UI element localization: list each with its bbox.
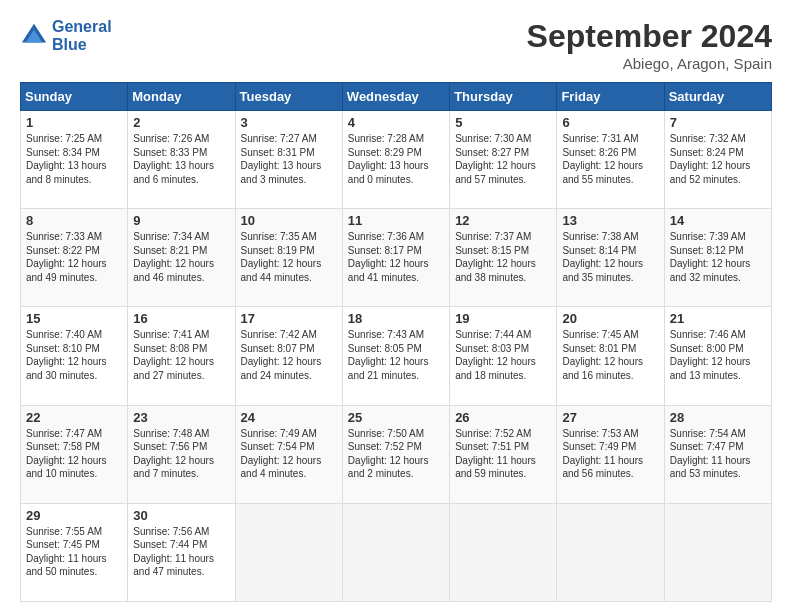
day-number: 8 bbox=[26, 213, 122, 228]
calendar-cell: 29Sunrise: 7:55 AMSunset: 7:45 PMDayligh… bbox=[21, 503, 128, 601]
day-number: 10 bbox=[241, 213, 337, 228]
day-info: Sunrise: 7:49 AMSunset: 7:54 PMDaylight:… bbox=[241, 427, 337, 481]
day-number: 25 bbox=[348, 410, 444, 425]
day-number: 24 bbox=[241, 410, 337, 425]
day-info: Sunrise: 7:46 AMSunset: 8:00 PMDaylight:… bbox=[670, 328, 766, 382]
calendar-cell: 28Sunrise: 7:54 AMSunset: 7:47 PMDayligh… bbox=[664, 405, 771, 503]
logo: General Blue bbox=[20, 18, 112, 53]
day-info: Sunrise: 7:53 AMSunset: 7:49 PMDaylight:… bbox=[562, 427, 658, 481]
day-number: 27 bbox=[562, 410, 658, 425]
calendar-week-2: 8Sunrise: 7:33 AMSunset: 8:22 PMDaylight… bbox=[21, 209, 772, 307]
logo-blue: Blue bbox=[52, 36, 87, 53]
calendar-cell: 13Sunrise: 7:38 AMSunset: 8:14 PMDayligh… bbox=[557, 209, 664, 307]
calendar-week-1: 1Sunrise: 7:25 AMSunset: 8:34 PMDaylight… bbox=[21, 111, 772, 209]
calendar-cell: 1Sunrise: 7:25 AMSunset: 8:34 PMDaylight… bbox=[21, 111, 128, 209]
day-number: 23 bbox=[133, 410, 229, 425]
calendar-cell: 10Sunrise: 7:35 AMSunset: 8:19 PMDayligh… bbox=[235, 209, 342, 307]
day-info: Sunrise: 7:34 AMSunset: 8:21 PMDaylight:… bbox=[133, 230, 229, 284]
day-number: 30 bbox=[133, 508, 229, 523]
day-info: Sunrise: 7:25 AMSunset: 8:34 PMDaylight:… bbox=[26, 132, 122, 186]
day-number: 13 bbox=[562, 213, 658, 228]
day-number: 7 bbox=[670, 115, 766, 130]
day-number: 15 bbox=[26, 311, 122, 326]
day-info: Sunrise: 7:35 AMSunset: 8:19 PMDaylight:… bbox=[241, 230, 337, 284]
day-number: 6 bbox=[562, 115, 658, 130]
day-number: 18 bbox=[348, 311, 444, 326]
day-info: Sunrise: 7:41 AMSunset: 8:08 PMDaylight:… bbox=[133, 328, 229, 382]
day-info: Sunrise: 7:47 AMSunset: 7:58 PMDaylight:… bbox=[26, 427, 122, 481]
calendar-cell: 21Sunrise: 7:46 AMSunset: 8:00 PMDayligh… bbox=[664, 307, 771, 405]
day-number: 17 bbox=[241, 311, 337, 326]
day-info: Sunrise: 7:40 AMSunset: 8:10 PMDaylight:… bbox=[26, 328, 122, 382]
day-number: 11 bbox=[348, 213, 444, 228]
calendar-week-5: 29Sunrise: 7:55 AMSunset: 7:45 PMDayligh… bbox=[21, 503, 772, 601]
day-info: Sunrise: 7:26 AMSunset: 8:33 PMDaylight:… bbox=[133, 132, 229, 186]
day-info: Sunrise: 7:28 AMSunset: 8:29 PMDaylight:… bbox=[348, 132, 444, 186]
calendar-cell: 17Sunrise: 7:42 AMSunset: 8:07 PMDayligh… bbox=[235, 307, 342, 405]
calendar-week-4: 22Sunrise: 7:47 AMSunset: 7:58 PMDayligh… bbox=[21, 405, 772, 503]
day-number: 29 bbox=[26, 508, 122, 523]
day-info: Sunrise: 7:50 AMSunset: 7:52 PMDaylight:… bbox=[348, 427, 444, 481]
logo-text: General Blue bbox=[52, 18, 112, 53]
day-info: Sunrise: 7:44 AMSunset: 8:03 PMDaylight:… bbox=[455, 328, 551, 382]
month-year: September 2024 bbox=[527, 18, 772, 55]
col-sunday: Sunday bbox=[21, 83, 128, 111]
col-saturday: Saturday bbox=[664, 83, 771, 111]
calendar-cell bbox=[235, 503, 342, 601]
col-thursday: Thursday bbox=[450, 83, 557, 111]
day-info: Sunrise: 7:27 AMSunset: 8:31 PMDaylight:… bbox=[241, 132, 337, 186]
calendar-cell: 27Sunrise: 7:53 AMSunset: 7:49 PMDayligh… bbox=[557, 405, 664, 503]
calendar-cell: 6Sunrise: 7:31 AMSunset: 8:26 PMDaylight… bbox=[557, 111, 664, 209]
day-info: Sunrise: 7:30 AMSunset: 8:27 PMDaylight:… bbox=[455, 132, 551, 186]
day-number: 28 bbox=[670, 410, 766, 425]
col-tuesday: Tuesday bbox=[235, 83, 342, 111]
calendar: Sunday Monday Tuesday Wednesday Thursday… bbox=[20, 82, 772, 602]
location: Abiego, Aragon, Spain bbox=[527, 55, 772, 72]
day-number: 1 bbox=[26, 115, 122, 130]
calendar-cell bbox=[450, 503, 557, 601]
calendar-cell bbox=[342, 503, 449, 601]
calendar-cell: 3Sunrise: 7:27 AMSunset: 8:31 PMDaylight… bbox=[235, 111, 342, 209]
header: General Blue September 2024 Abiego, Arag… bbox=[20, 18, 772, 72]
day-info: Sunrise: 7:31 AMSunset: 8:26 PMDaylight:… bbox=[562, 132, 658, 186]
calendar-cell: 14Sunrise: 7:39 AMSunset: 8:12 PMDayligh… bbox=[664, 209, 771, 307]
day-info: Sunrise: 7:32 AMSunset: 8:24 PMDaylight:… bbox=[670, 132, 766, 186]
day-info: Sunrise: 7:48 AMSunset: 7:56 PMDaylight:… bbox=[133, 427, 229, 481]
calendar-cell: 11Sunrise: 7:36 AMSunset: 8:17 PMDayligh… bbox=[342, 209, 449, 307]
calendar-cell: 20Sunrise: 7:45 AMSunset: 8:01 PMDayligh… bbox=[557, 307, 664, 405]
calendar-week-3: 15Sunrise: 7:40 AMSunset: 8:10 PMDayligh… bbox=[21, 307, 772, 405]
day-info: Sunrise: 7:45 AMSunset: 8:01 PMDaylight:… bbox=[562, 328, 658, 382]
day-number: 5 bbox=[455, 115, 551, 130]
calendar-cell: 26Sunrise: 7:52 AMSunset: 7:51 PMDayligh… bbox=[450, 405, 557, 503]
calendar-cell: 9Sunrise: 7:34 AMSunset: 8:21 PMDaylight… bbox=[128, 209, 235, 307]
col-monday: Monday bbox=[128, 83, 235, 111]
day-number: 20 bbox=[562, 311, 658, 326]
calendar-cell: 23Sunrise: 7:48 AMSunset: 7:56 PMDayligh… bbox=[128, 405, 235, 503]
day-info: Sunrise: 7:38 AMSunset: 8:14 PMDaylight:… bbox=[562, 230, 658, 284]
calendar-cell: 7Sunrise: 7:32 AMSunset: 8:24 PMDaylight… bbox=[664, 111, 771, 209]
calendar-cell: 19Sunrise: 7:44 AMSunset: 8:03 PMDayligh… bbox=[450, 307, 557, 405]
calendar-cell: 5Sunrise: 7:30 AMSunset: 8:27 PMDaylight… bbox=[450, 111, 557, 209]
day-info: Sunrise: 7:55 AMSunset: 7:45 PMDaylight:… bbox=[26, 525, 122, 579]
calendar-cell: 16Sunrise: 7:41 AMSunset: 8:08 PMDayligh… bbox=[128, 307, 235, 405]
day-info: Sunrise: 7:37 AMSunset: 8:15 PMDaylight:… bbox=[455, 230, 551, 284]
calendar-cell: 12Sunrise: 7:37 AMSunset: 8:15 PMDayligh… bbox=[450, 209, 557, 307]
day-info: Sunrise: 7:33 AMSunset: 8:22 PMDaylight:… bbox=[26, 230, 122, 284]
day-info: Sunrise: 7:52 AMSunset: 7:51 PMDaylight:… bbox=[455, 427, 551, 481]
day-number: 2 bbox=[133, 115, 229, 130]
calendar-cell: 25Sunrise: 7:50 AMSunset: 7:52 PMDayligh… bbox=[342, 405, 449, 503]
calendar-cell: 18Sunrise: 7:43 AMSunset: 8:05 PMDayligh… bbox=[342, 307, 449, 405]
calendar-cell: 24Sunrise: 7:49 AMSunset: 7:54 PMDayligh… bbox=[235, 405, 342, 503]
calendar-cell bbox=[557, 503, 664, 601]
day-number: 3 bbox=[241, 115, 337, 130]
calendar-cell bbox=[664, 503, 771, 601]
day-info: Sunrise: 7:56 AMSunset: 7:44 PMDaylight:… bbox=[133, 525, 229, 579]
day-number: 9 bbox=[133, 213, 229, 228]
day-number: 19 bbox=[455, 311, 551, 326]
day-number: 14 bbox=[670, 213, 766, 228]
calendar-cell: 2Sunrise: 7:26 AMSunset: 8:33 PMDaylight… bbox=[128, 111, 235, 209]
title-block: September 2024 Abiego, Aragon, Spain bbox=[527, 18, 772, 72]
day-info: Sunrise: 7:42 AMSunset: 8:07 PMDaylight:… bbox=[241, 328, 337, 382]
day-info: Sunrise: 7:39 AMSunset: 8:12 PMDaylight:… bbox=[670, 230, 766, 284]
calendar-cell: 30Sunrise: 7:56 AMSunset: 7:44 PMDayligh… bbox=[128, 503, 235, 601]
